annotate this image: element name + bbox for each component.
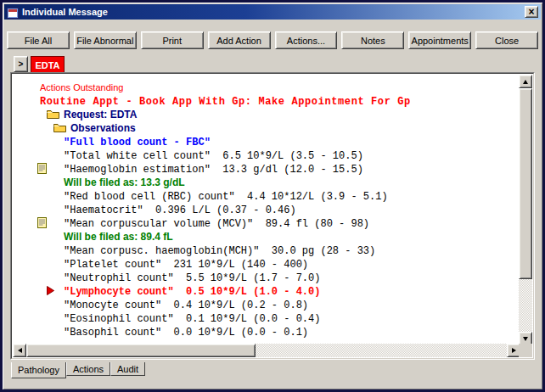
report-line[interactable]: Will be filed as: 89.4 fL [13,229,520,243]
file-all-button[interactable]: File All [7,31,70,49]
report-line[interactable]: "Red blood cell (RBC) count" 4.4 10*12/L… [13,188,520,202]
report-line-text: Request: EDTA [64,108,137,121]
report-line[interactable]: Actions Outstanding [13,80,520,93]
report-line[interactable]: "Mean corpusc. haemoglobin(MCH)" 30.0 pg… [13,243,520,256]
close-icon[interactable]: × [525,6,538,18]
window-title: Individual Message [22,7,108,17]
report-line[interactable]: Request: EDTA [13,107,520,120]
tab-pathology[interactable]: Pathology [11,362,66,378]
horizontal-scrollbar[interactable] [13,344,520,357]
vertical-scroll-thumb[interactable] [519,88,532,279]
tab-actions[interactable]: Actions [66,362,110,376]
file-abnormal-button[interactable]: File Abnormal [74,31,137,49]
report-line[interactable]: "Basophil count" 0.0 10*9/L (0.0 - 0.1) [13,324,520,338]
individual-message-window: Individual Message × File All File Abnor… [0,0,545,392]
scrollbar-corner [519,344,532,357]
report-line[interactable]: Routine Appt - Book App With Gp: Make Ap… [13,93,520,107]
titlebar[interactable]: Individual Message × [4,4,541,20]
report-line[interactable]: "Neutrophil count" 5.5 10*9/L (1.7 - 7.0… [13,270,520,283]
notes-button[interactable]: Notes [341,31,404,49]
report-line-text: Observations [70,121,136,135]
print-button[interactable]: Print [141,31,204,49]
appointments-button[interactable]: Appointments [408,31,471,49]
folder-icon [53,121,66,135]
expander-button[interactable]: > [14,56,28,72]
message-icon [7,7,19,18]
report-line[interactable]: Will be filed as: 13.3 g/dL [13,175,520,188]
tab-audit[interactable]: Audit [110,362,145,376]
report-area[interactable]: Actions OutstandingRoutine Appt - Book A… [13,75,520,345]
report-line[interactable]: "Eosinophil count" 0.1 10*9/L (0.0 - 0.4… [13,311,520,324]
report-line[interactable]: "Lymphocyte count" 0.5 10*9/L (1.0 - 4.0… [13,283,520,297]
report-panel-border: Actions OutstandingRoutine Appt - Book A… [11,73,534,359]
toolbar: File All File Abnormal Print Add Action … [7,31,538,49]
vertical-scrollbar[interactable] [519,75,532,345]
close-button[interactable]: Close [475,31,538,49]
report-panel: Actions OutstandingRoutine Appt - Book A… [10,72,535,360]
scroll-up-icon[interactable] [519,75,532,88]
report-line[interactable]: "Full blood count - FBC" [13,134,520,148]
actions-button[interactable]: Actions... [275,31,338,49]
bottom-tabs: Pathology Actions Audit [11,362,145,379]
report-line-text: "Basophil count" 0.0 10*9/L (0.0 - 0.1) [64,326,308,339]
report-line[interactable]: "Mean corpuscular volume (MCV)" 89.4 fl … [13,216,520,229]
add-action-button[interactable]: Add Action [208,31,271,49]
horizontal-scroll-thumb[interactable] [26,344,256,357]
report-line-text: Will be filed as: 89.4 fL [64,230,173,244]
report-line[interactable]: "Platelet count" 231 10*9/L (140 - 400) [13,256,520,270]
report-line-text: Will be filed as: 13.3 g/dL [64,176,185,189]
report-line[interactable]: "Total white cell count" 6.5 10*9/L (3.5… [13,148,520,161]
report-line[interactable]: "Haemoglobin estimation" 13.3 g/dl (12.0… [13,161,520,175]
report-line[interactable]: Observations [13,120,520,134]
tab-edta[interactable]: EDTA [31,56,65,73]
arrow-icon [47,284,54,298]
report-line-text: Actions Outstanding [40,81,123,94]
report-line[interactable]: "Haematocrit" 0.396 L/L (0.37 - 0.46) [13,202,520,216]
report-line[interactable]: "Monocyte count" 0.4 10*9/L (0.2 - 0.8) [13,297,520,311]
scroll-left-icon[interactable] [13,344,26,357]
folder-icon [47,108,59,121]
